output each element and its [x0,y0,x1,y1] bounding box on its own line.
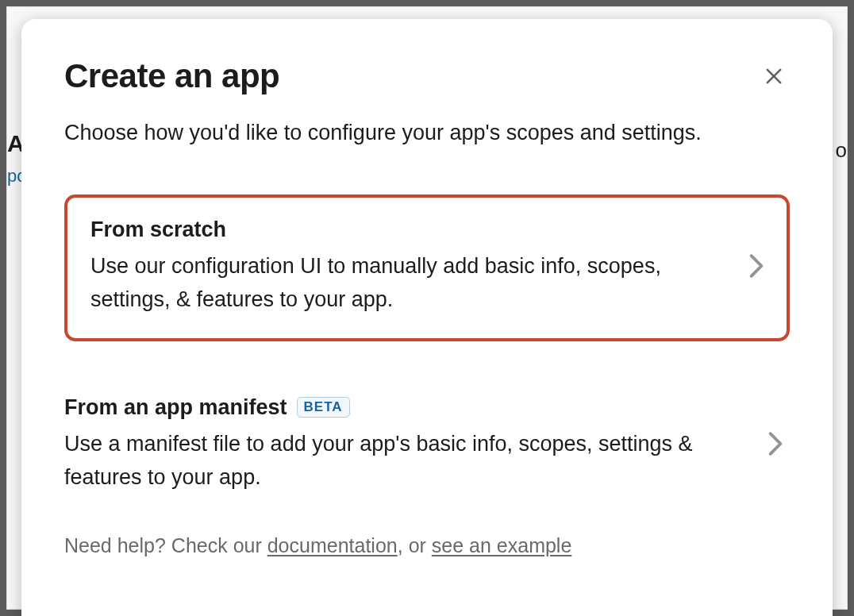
modal-subtitle: Choose how you'd like to configure your … [64,117,790,148]
option-description: Use our configuration UI to manually add… [90,250,725,317]
option-title: From scratch [90,218,226,242]
help-middle: , or [398,534,432,556]
documentation-link[interactable]: documentation [267,534,398,556]
close-button[interactable] [758,60,790,94]
chevron-right-icon [767,431,783,460]
help-text: Need help? Check our documentation, or s… [64,531,790,561]
help-prefix: Need help? Check our [64,534,267,556]
option-description: Use a manifest file to add your app's ba… [64,428,742,495]
create-app-modal: Create an app Choose how you'd like to c… [21,19,833,616]
modal-title: Create an app [64,57,279,95]
option-title: From an app manifest [64,395,287,420]
option-from-scratch[interactable]: From scratch Use our configuration UI to… [64,194,790,341]
chevron-right-icon [748,253,764,282]
option-title-row: From scratch [90,218,725,242]
option-title-row: From an app manifest BETA [64,395,742,420]
beta-badge: BETA [297,397,350,418]
backdrop-text-fragment-right: o [836,138,847,163]
option-from-manifest[interactable]: From an app manifest BETA Use a manifest… [64,373,790,518]
see-example-link[interactable]: see an example [432,534,572,556]
close-icon [763,78,785,90]
modal-header: Create an app [64,57,790,95]
